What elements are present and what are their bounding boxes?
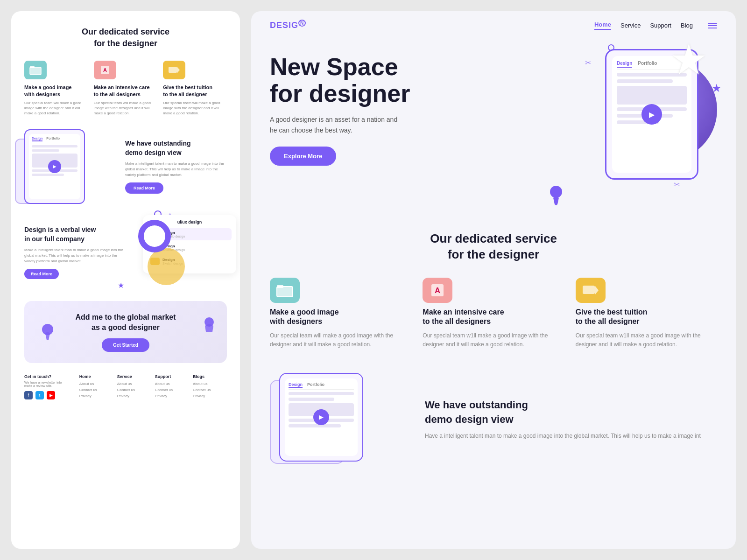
cta-deco-right (201, 315, 218, 336)
hero-star-white: ★ (670, 35, 708, 84)
service-1-title: Make a good imagewith designers (24, 84, 88, 98)
service-3-desc: Our special team will make a good image … (163, 100, 227, 116)
footer-newsletter: We have a newsletter intomake a review s… (24, 381, 76, 387)
facebook-icon[interactable]: f (24, 391, 33, 399)
nav-service[interactable]: Service (620, 22, 641, 29)
left-section-title: Our dedicated service for the designer (24, 26, 227, 49)
navigation: DESIGN Home Service Support Blog (251, 11, 736, 40)
right-service-1-title: Make a good imagewith designers (270, 308, 411, 327)
right-phone-tab-design: Design (289, 382, 303, 388)
right-demo-title: We have outstandingdemo design view (425, 398, 717, 427)
footer-col-home: Home About us Contact us Privacy (79, 374, 113, 400)
folder-icon (24, 61, 47, 79)
right-demo-desc: Have a intelligent talent man to make a … (425, 432, 717, 441)
explore-more-button[interactable]: Explore More (270, 147, 336, 166)
nav-home[interactable]: Home (594, 21, 611, 30)
svg-marker-5 (177, 67, 180, 73)
service-3-title: Give the best tuitionto the all designer (163, 84, 227, 98)
marker-deco (549, 185, 563, 208)
right-service-3-desc: Our special team w1ll make a good image … (576, 331, 717, 349)
right-demo-section: Design Portfolio ▶ We have outstandingde… (251, 364, 736, 480)
youtube-icon[interactable]: ▶ (47, 391, 55, 399)
hero-play-button[interactable]: ▶ (641, 104, 662, 125)
demo-title: We have outstandingdemo design view (125, 139, 227, 157)
verbal-desc: Make a intelligent talent man to make a … (24, 247, 126, 264)
right-folder-icon (270, 278, 300, 303)
mockup-phone: Design Portfolio ▶ (24, 129, 85, 204)
right-service-2-desc: Our special team w1ll make a good image … (423, 331, 564, 349)
service-card-3: Give the best tuitionto the all designer… (163, 61, 227, 116)
verbal-text: Design is a verbal viewin our full compa… (24, 225, 126, 279)
svg-rect-14 (583, 286, 595, 294)
right-book-icon: A (423, 278, 452, 303)
right-service-2-title: Make an intensive careto the all designe… (423, 308, 564, 327)
services-grid: Make a good imagewith designers Our spec… (24, 61, 227, 116)
twitter-icon[interactable]: t (35, 391, 44, 399)
svg-point-6 (42, 324, 53, 335)
svg-rect-4 (169, 67, 177, 73)
right-service-card-1: Make a good imagewith designers Our spec… (270, 278, 411, 350)
read-more-button-2[interactable]: Read More (24, 269, 59, 279)
hero-subtitle: A good designer is an asset for a nation… (270, 114, 447, 135)
deco-star-1: ★ (118, 281, 124, 290)
right-service-1-desc: Our special team will make a good image … (270, 331, 411, 349)
svg-rect-1 (30, 66, 35, 68)
phone-tab-design: Design (32, 137, 42, 141)
svg-rect-0 (30, 67, 41, 75)
svg-point-9 (550, 186, 562, 198)
hero-section: New Spacefor designer A good designer is… (251, 40, 736, 217)
hero-text: New Spacefor designer A good designer is… (270, 44, 521, 166)
pen-deco-2: ✂ (674, 180, 680, 189)
right-phone-tab-portfolio: Portfolio (307, 382, 324, 388)
svg-rect-11 (277, 285, 283, 288)
read-more-button-1[interactable]: Read More (125, 182, 163, 194)
play-button[interactable]: ▶ (48, 160, 61, 173)
right-service-card-2: A Make an intensive careto the all desig… (423, 278, 564, 350)
right-demo-mockup: Design Portfolio ▶ (270, 373, 410, 466)
right-service-3-title: Give the best tuitionto the all designer (576, 308, 717, 327)
demo-section: Design Portfolio ▶ We have outstandingde… (24, 129, 227, 204)
demo-desc: Make a intelligent talent man to make a … (125, 161, 227, 178)
hero-visual: ★ ★ ✂ ✂ Design Portfolio (521, 44, 717, 203)
left-footer: Get in touch? We have a newsletter intom… (24, 374, 227, 400)
right-play-button[interactable]: ▶ (313, 409, 329, 425)
right-demo-text: We have outstandingdemo design view Have… (425, 398, 717, 441)
demo-text: We have outstandingdemo design view Make… (125, 139, 227, 194)
cta-deco-left (38, 319, 57, 344)
footer-contact: Get in touch? We have a newsletter intom… (24, 374, 76, 400)
hero-star-purple: ★ (712, 82, 722, 95)
right-panel: DESIGN Home Service Support Blog New Spa… (251, 11, 736, 549)
svg-rect-10 (277, 287, 293, 297)
nav-support[interactable]: Support (650, 22, 671, 29)
tag-icon (163, 61, 185, 79)
service-card-1: Make a good imagewith designers Our spec… (24, 61, 88, 116)
svg-marker-15 (595, 286, 599, 295)
footer-col-support: Support About us Contact us Privacy (155, 374, 189, 400)
demo-mockup: Design Portfolio ▶ (24, 129, 118, 204)
hero-phone-tab-design: Design (617, 61, 632, 68)
cta-title: Add me to the global marketas a good des… (35, 312, 216, 333)
get-started-button[interactable]: Get Started (102, 338, 149, 352)
design-widget: ui/ux design Design Portfolio design Des… (134, 215, 227, 290)
service-1-desc: Our special team will make a good image … (24, 100, 88, 116)
hamburger-menu[interactable] (708, 23, 717, 28)
footer-col-blogs: Blogs About us Contact us Privacy (193, 374, 227, 400)
svg-text:A: A (103, 67, 107, 73)
nav-blog[interactable]: Blog (681, 22, 693, 29)
left-panel: Our dedicated service for the designer M… (11, 11, 240, 549)
phone-tab-portfolio: Portfolio (46, 137, 60, 141)
right-services-title: Our dedicated service for the designer (270, 231, 717, 263)
service-2-desc: Our special team will make a good image … (94, 100, 158, 116)
right-services-grid: Make a good imagewith designers Our spec… (270, 278, 717, 350)
nav-logo: DESIGN (270, 21, 306, 30)
footer-get-in-touch: Get in touch? (24, 374, 76, 379)
svg-point-7 (204, 317, 214, 327)
hero-phone-tab-portfolio: Portfolio (638, 61, 657, 68)
hero-title: New Spacefor designer (270, 54, 521, 107)
donut-circle (138, 220, 171, 252)
footer-col-service: Service About us Contact us Privacy (117, 374, 151, 400)
verbal-title: Design is a verbal viewin our full compa… (24, 225, 126, 244)
cta-section: Add me to the global marketas a good des… (24, 301, 227, 364)
right-tag-icon (576, 278, 606, 303)
right-phone-main: Design Portfolio ▶ (279, 373, 363, 462)
